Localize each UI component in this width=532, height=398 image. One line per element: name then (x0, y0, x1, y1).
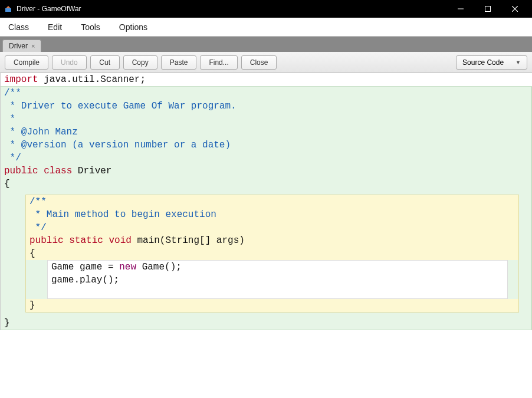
code-brace: { (29, 248, 35, 259)
code-brace: } (29, 300, 35, 311)
close-button[interactable] (501, 0, 528, 18)
chevron-down-icon: ▼ (515, 60, 521, 65)
menu-edit[interactable]: Edit (45, 20, 64, 34)
cut-button[interactable]: Cut (90, 55, 120, 70)
code-brace: } (4, 318, 10, 328)
menu-tools[interactable]: Tools (78, 20, 103, 34)
code-keyword: import (4, 74, 38, 85)
code-comment: * Driver to execute Game Of War program. (4, 101, 237, 111)
code-comment: * @John Manz (4, 127, 78, 137)
code-comment: */ (29, 222, 47, 233)
copy-button[interactable]: Copy (123, 55, 157, 70)
app-icon (4, 4, 13, 14)
code-keyword: public (29, 235, 64, 246)
close-editor-button[interactable]: Close (241, 55, 277, 70)
code-text: Driver (72, 166, 111, 176)
code-keyword: new (119, 262, 136, 272)
code-comment: /** (29, 196, 47, 207)
svg-rect-2 (485, 6, 491, 12)
tab-strip: Driver × (0, 37, 532, 52)
code-keyword: class (44, 166, 72, 176)
paste-button[interactable]: Paste (161, 55, 197, 70)
menu-class[interactable]: Class (6, 20, 31, 34)
maximize-button[interactable] (474, 0, 501, 18)
tab-driver[interactable]: Driver × (2, 40, 41, 52)
code-keyword: static (69, 235, 103, 246)
code-text: Game game = (51, 262, 119, 272)
find-button[interactable]: Find... (200, 55, 237, 70)
code-keyword: public (4, 166, 38, 176)
toolbar: Compile Undo Cut Copy Paste Find... Clos… (0, 52, 532, 73)
code-keyword: void (109, 235, 131, 246)
tab-close-icon[interactable]: × (31, 42, 35, 50)
code-text: Game(); (136, 262, 182, 272)
code-comment: * (4, 114, 15, 124)
tab-label: Driver (9, 42, 28, 50)
dropdown-label: Source Code (462, 58, 504, 67)
code-comment: * @version (a version number or a date) (4, 140, 231, 150)
code-text: java.util.Scanner; (38, 74, 146, 85)
compile-button[interactable]: Compile (5, 55, 48, 70)
window-title: Driver - GameOfWar (17, 5, 447, 13)
code-text: game.play(); (51, 275, 119, 285)
code-text: main(String[] args) (132, 235, 245, 246)
code-comment: /** (4, 88, 21, 98)
svg-rect-0 (5, 8, 11, 12)
undo-button[interactable]: Undo (52, 55, 87, 70)
code-brace: { (4, 179, 10, 189)
code-comment: */ (4, 153, 21, 163)
menu-options[interactable]: Options (117, 20, 150, 34)
menubar: Class Edit Tools Options (0, 18, 532, 37)
view-mode-dropdown[interactable]: Source Code ▼ (456, 55, 527, 70)
minimize-button[interactable] (447, 0, 474, 18)
code-comment: * Main method to begin execution (29, 209, 216, 220)
code-editor[interactable]: import java.util.Scanner; /** * Driver t… (0, 73, 532, 330)
